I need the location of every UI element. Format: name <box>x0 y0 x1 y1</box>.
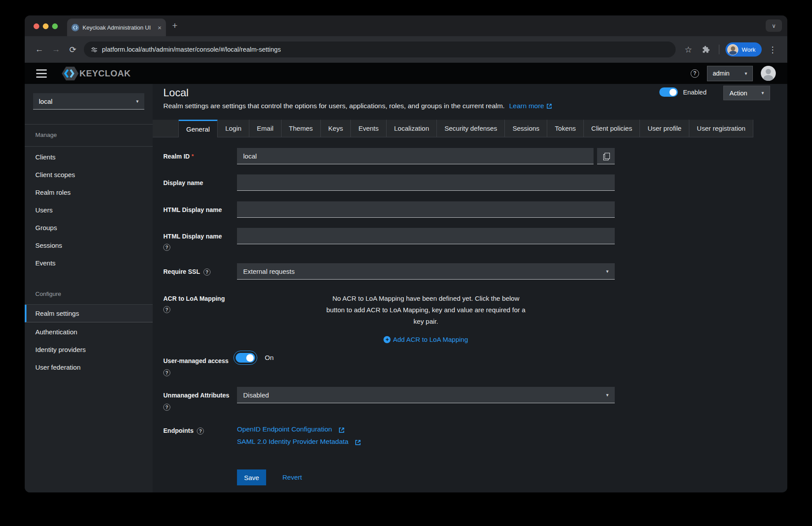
html-display-name2-label: HTML Display name <box>163 232 235 240</box>
help-icon[interactable]: ? <box>203 269 211 276</box>
html-display-name-input[interactable] <box>237 201 615 218</box>
sidebar-item-identity-providers[interactable]: Identity providers <box>25 341 153 358</box>
sidebar-item-groups[interactable]: Groups <box>25 219 153 236</box>
html-display-name-label: HTML Display name <box>163 206 235 214</box>
sidebar-item-user-federation[interactable]: User federation <box>25 358 153 376</box>
caret-down-icon: ▾ <box>606 269 609 274</box>
help-icon[interactable]: ? <box>197 428 204 435</box>
window-minimize-button[interactable] <box>43 23 49 29</box>
bookmark-star-icon[interactable]: ☆ <box>680 45 697 55</box>
realm-selector-value: local <box>39 98 53 105</box>
caret-down-icon: ▾ <box>744 71 747 76</box>
plus-circle-icon: + <box>383 336 391 343</box>
sidebar-item-authentication[interactable]: Authentication <box>25 323 153 341</box>
unmanaged-attributes-select[interactable]: Disabled ▾ <box>237 387 615 403</box>
nav-toggle-hamburger-icon[interactable] <box>36 69 47 78</box>
acr-loa-empty-state: No ACR to LoA Mapping have been defined … <box>324 293 527 327</box>
acr-loa-label: ACR to LoA Mapping <box>163 295 235 303</box>
html-display-name2-input[interactable] <box>237 228 615 244</box>
divider <box>25 124 153 125</box>
toolbar-divider <box>719 45 719 54</box>
forward-button[interactable]: → <box>48 45 64 54</box>
sidebar-item-users[interactable]: Users <box>25 201 153 219</box>
require-ssl-label: Require SSL ? <box>163 268 235 276</box>
browser-profile-chip[interactable]: Work <box>726 42 762 57</box>
add-acr-loa-button[interactable]: + Add ACR to LoA Mapping <box>383 336 468 343</box>
sidebar-item-realm-settings[interactable]: Realm settings <box>25 305 153 322</box>
brand-text: KEYCLOAK <box>79 68 131 79</box>
browser-tab[interactable]: Keycloak Administration UI × <box>67 19 166 36</box>
sidebar-item-events[interactable]: Events <box>25 254 153 272</box>
caret-down-icon: ▾ <box>606 392 609 398</box>
sidebar-section-manage: Manage <box>35 132 57 138</box>
browser-menu-kebab-icon[interactable]: ⋮ <box>764 45 781 55</box>
copy-icon <box>603 153 609 159</box>
help-icon[interactable]: ? <box>163 244 170 251</box>
copy-button[interactable] <box>597 148 615 164</box>
sidebar-item-realm-roles[interactable]: Realm roles <box>25 183 153 201</box>
help-icon[interactable]: ? <box>163 369 170 376</box>
tab-close-icon[interactable]: × <box>158 24 162 31</box>
user-menu-dropdown[interactable]: admin ▾ <box>707 66 753 81</box>
display-name-input[interactable] <box>237 174 615 191</box>
unmanaged-attributes-label: Unmanaged Attributes <box>163 391 235 399</box>
keycloak-favicon-icon <box>71 24 79 31</box>
saml-metadata-link[interactable]: SAML 2.0 Identity Provider Metadata <box>237 435 361 448</box>
divider <box>25 146 153 147</box>
user-managed-access-toggle[interactable] <box>236 353 255 363</box>
sidebar-item-client-scopes[interactable]: Client scopes <box>25 166 153 183</box>
tab-search-button[interactable]: ∨ <box>766 19 782 32</box>
help-icon[interactable]: ? <box>691 69 699 78</box>
window-zoom-button[interactable] <box>52 23 58 29</box>
external-link-icon <box>355 439 361 446</box>
browser-toolbar: ← → ⟳ platform.local/auth/admin/master/c… <box>25 36 787 63</box>
realm-id-input[interactable] <box>237 148 594 164</box>
back-button[interactable]: ← <box>31 45 48 54</box>
realm-selector[interactable]: local ▾ <box>33 93 144 110</box>
general-settings-form: Realm ID* Display name HTML Display name <box>153 84 787 492</box>
sidebar: local ▾ Manage Clients Client scopes Rea… <box>25 84 153 492</box>
username: admin <box>713 70 729 77</box>
keycloak-logo: KEYCLOAK <box>62 67 131 80</box>
realm-settings-page: Local Realm settings are settings that c… <box>153 84 787 492</box>
save-button[interactable]: Save <box>237 469 266 485</box>
toggle-state-label: On <box>265 354 274 361</box>
sidebar-item-clients[interactable]: Clients <box>25 148 153 166</box>
sidebar-section-configure: Configure <box>35 291 61 297</box>
profile-avatar <box>727 44 738 55</box>
url-text: platform.local/auth/admin/master/console… <box>102 46 281 53</box>
help-icon[interactable]: ? <box>163 404 170 411</box>
extensions-icon[interactable] <box>699 45 713 53</box>
help-icon[interactable]: ? <box>163 306 170 313</box>
keycloak-masthead: KEYCLOAK ? admin ▾ <box>25 63 787 84</box>
avatar[interactable] <box>761 66 776 81</box>
tab-title: Keycloak Administration UI <box>83 24 154 31</box>
chevron-down-icon: ∨ <box>772 23 776 29</box>
site-info-icon[interactable] <box>91 46 98 53</box>
sidebar-item-sessions[interactable]: Sessions <box>25 236 153 254</box>
address-bar[interactable]: platform.local/auth/admin/master/console… <box>84 42 676 57</box>
realm-id-label: Realm ID* <box>163 152 235 160</box>
new-tab-button[interactable]: + <box>172 21 177 30</box>
display-name-label: Display name <box>163 179 235 187</box>
external-link-icon <box>338 427 345 433</box>
keycloak-logo-icon <box>62 67 79 80</box>
openid-endpoint-link[interactable]: OpenID Endpoint Configuration <box>237 423 345 435</box>
profile-label: Work <box>742 46 756 53</box>
required-asterisk: * <box>192 153 194 159</box>
revert-button[interactable]: Revert <box>282 473 302 481</box>
caret-down-icon: ▾ <box>136 98 139 104</box>
browser-window: Keycloak Administration UI × + ∨ ← → ⟳ p… <box>25 15 787 492</box>
window-close-button[interactable] <box>34 23 39 29</box>
require-ssl-select[interactable]: External requests ▾ <box>237 263 615 280</box>
reload-button[interactable]: ⟳ <box>64 45 81 55</box>
user-managed-access-label: User-managed access <box>163 357 235 365</box>
endpoints-label: Endpoints ? <box>163 427 235 435</box>
browser-tabstrip: Keycloak Administration UI × + ∨ <box>25 15 787 36</box>
